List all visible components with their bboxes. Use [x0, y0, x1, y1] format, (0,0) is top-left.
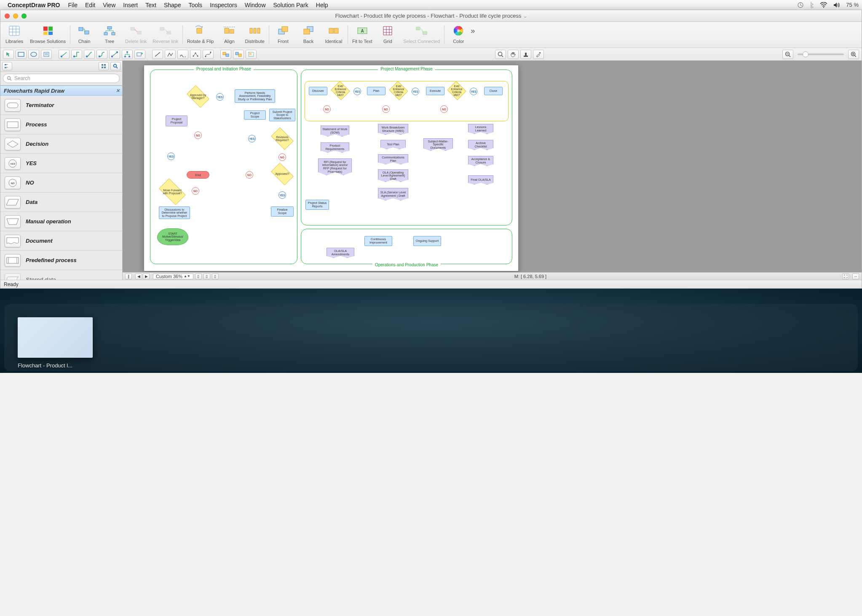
doc-ola-sla-amend[interactable]: OLA/SLA Amendments — [327, 248, 354, 258]
ts-conn-4[interactable] — [96, 50, 107, 59]
tb-identical[interactable]: Identical — [324, 24, 343, 44]
shape-process[interactable]: Process — [0, 115, 122, 134]
doc-lessons[interactable]: Lessons Learned — [468, 124, 493, 134]
library-search[interactable]: Search — [3, 74, 120, 83]
no-2[interactable]: NO — [278, 153, 286, 161]
ts-conn-2[interactable] — [71, 50, 82, 59]
tb-back[interactable]: Back — [299, 24, 318, 44]
tb-tree[interactable]: Tree — [100, 24, 119, 44]
tb-align[interactable]: Align — [220, 24, 239, 44]
close-window-button[interactable] — [5, 13, 10, 19]
wifi-icon[interactable] — [820, 2, 827, 8]
no-1[interactable]: NO — [194, 131, 202, 139]
app-name[interactable]: ConceptDraw PRO — [8, 2, 60, 8]
fit-width[interactable]: ↔ — [852, 273, 859, 279]
ts-poly[interactable] — [165, 50, 176, 59]
library-header[interactable]: Flowcharts Rapid Draw ✕ — [0, 86, 122, 96]
node-discover[interactable]: Discover — [309, 87, 327, 95]
minimize-window-button[interactable] — [13, 13, 18, 19]
bluetooth-icon[interactable] — [810, 2, 814, 8]
menu-inspectors[interactable]: Inspectors — [206, 2, 241, 8]
doc-product-req[interactable]: Product Requirements — [321, 142, 349, 153]
volume-icon[interactable] — [833, 2, 840, 8]
ts-group-3[interactable] — [246, 50, 257, 59]
shape-yes[interactable]: YESYES — [0, 154, 122, 173]
toolbar-overflow-icon[interactable]: » — [468, 24, 477, 37]
ts-pointer[interactable] — [3, 50, 14, 59]
title-dropdown-icon[interactable]: ⌄ — [523, 13, 527, 19]
tb-grid[interactable]: Grid — [378, 24, 397, 44]
menu-help[interactable]: Help — [312, 2, 332, 8]
ts-conn-3[interactable] — [84, 50, 95, 59]
doc-final-ola-sla[interactable]: Final OLA/SLA — [468, 175, 493, 185]
ts-line[interactable] — [152, 50, 163, 59]
drawing-page[interactable]: Proposal and Initiation Phase Approved b… — [144, 65, 519, 271]
ts-zoom-out[interactable] — [782, 50, 793, 59]
fit-page[interactable]: ⛶ — [842, 273, 849, 279]
ts-conn-1[interactable] — [59, 50, 70, 59]
ts-curve[interactable] — [177, 50, 188, 59]
ts-hand-tool[interactable] — [508, 50, 519, 59]
node-approved[interactable]: Approved? — [271, 163, 294, 185]
ts-text[interactable] — [41, 50, 52, 59]
node-discussions[interactable]: Discussions to Determine whether to Prop… — [159, 206, 190, 219]
node-close[interactable]: Close — [484, 87, 503, 95]
shape-no[interactable]: NONO — [0, 173, 122, 193]
ts-eyedropper-tool[interactable] — [533, 50, 544, 59]
node-ongoing-support[interactable]: Ongoing Support — [413, 236, 441, 246]
tb-distribute[interactable]: Distribute — [245, 24, 264, 44]
node-finalize-scope[interactable]: Finalize Scope — [271, 206, 294, 217]
ts-points[interactable] — [190, 50, 201, 59]
page-pause[interactable]: ∥ — [125, 273, 132, 279]
ts-zoom-in[interactable] — [848, 50, 859, 59]
view-mode-3[interactable]: ▯ — [212, 273, 219, 279]
no-p2-1[interactable]: NO — [323, 105, 331, 113]
menu-text[interactable]: Text — [142, 2, 160, 8]
menu-window[interactable]: Window — [241, 2, 270, 8]
zoom-window-button[interactable] — [21, 13, 27, 19]
page-next[interactable]: ▶ — [143, 273, 150, 279]
shape-terminator[interactable]: Terminator — [0, 96, 122, 115]
tb-color[interactable]: Color — [449, 24, 468, 44]
yes-4[interactable]: YES — [167, 153, 175, 160]
dock-thumbnail[interactable] — [18, 317, 93, 358]
shape-data[interactable]: Data — [0, 193, 122, 212]
shape-document[interactable]: Document — [0, 231, 122, 251]
view-mode-2[interactable]: ▯ — [203, 273, 210, 279]
node-project-proposal[interactable]: Project Proposal — [166, 115, 187, 126]
zoom-slider[interactable] — [798, 54, 844, 55]
no-p2-2[interactable]: NO — [382, 105, 390, 113]
battery-percent[interactable]: 75 % — [846, 2, 859, 8]
doc-sme[interactable]: Subject-Matter-Specific Documents — [423, 138, 453, 151]
menu-file[interactable]: File — [64, 2, 81, 8]
yes-3[interactable]: YES — [278, 191, 286, 199]
menu-insert[interactable]: Insert — [119, 2, 142, 8]
doc-sow[interactable]: Statement of Work (SOW) — [321, 126, 349, 137]
ts-conn-5[interactable] — [109, 50, 120, 59]
tb-front[interactable]: <>Front — [273, 24, 293, 44]
sidebar-tab-grid[interactable] — [99, 62, 109, 70]
sidebar-tab-tree[interactable] — [2, 62, 12, 70]
shape-predefined-process[interactable]: Predefined process — [0, 251, 122, 270]
node-start-cloud[interactable]: START Motive/Stimulus/ Trigger/Idea — [157, 228, 188, 245]
doc-wbs[interactable]: Work Breakdown Structure (WBS) — [378, 124, 408, 135]
node-move-forward[interactable]: Move Forward with Proposal? — [159, 178, 186, 205]
sidebar-tab-search[interactable] — [110, 62, 120, 70]
doc-ola-draft[interactable]: OLA (Operating Level Agreement) Draft — [378, 169, 408, 182]
shape-manual-operation[interactable]: Manual operation — [0, 212, 122, 231]
canvas-viewport[interactable]: Proposal and Initiation Phase Approved b… — [123, 61, 862, 272]
yes-1[interactable]: YES — [216, 93, 224, 101]
doc-comm-plan[interactable]: Communications Plan — [378, 154, 408, 164]
doc-sla-draft[interactable]: SLA (Service Level Agreement ) Draft — [378, 188, 408, 201]
menu-edit[interactable]: Edit — [81, 2, 99, 8]
no-4[interactable]: NO — [192, 187, 199, 195]
doc-test-plan[interactable]: Test Plan — [380, 140, 406, 149]
node-submit-scope[interactable]: Submit Project Scope to Stakeholders — [269, 109, 295, 121]
node-perform-needs[interactable]: Perform Needs Assessment, Feasibility St… — [235, 89, 275, 103]
menu-tools[interactable]: Tools — [185, 2, 206, 8]
tb-rotate-flip[interactable]: Rotate & Flip — [187, 24, 214, 44]
ts-group-1[interactable] — [220, 50, 231, 59]
menu-shape[interactable]: Shape — [160, 2, 185, 8]
tb-chain[interactable]: Chain — [75, 24, 94, 44]
ts-bezier[interactable] — [203, 50, 214, 59]
